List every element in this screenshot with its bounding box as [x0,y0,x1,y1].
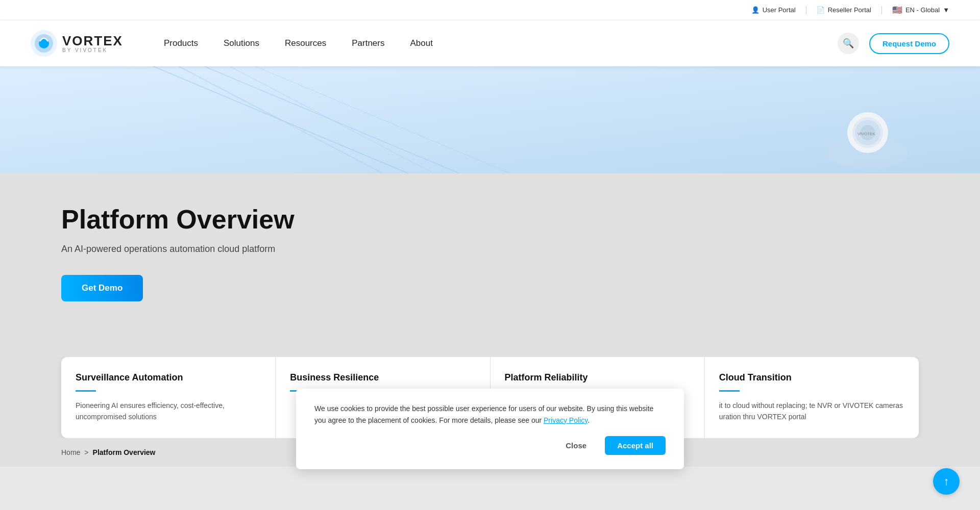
reseller-portal-label: Reseller Portal [828,6,871,14]
language-label: EN - Global [905,6,940,14]
cookie-close-button[interactable]: Close [555,436,597,455]
camera-device-image: VIVOTEK [817,71,919,173]
nav-resources[interactable]: Resources [285,38,326,48]
logo-icon [31,30,57,57]
search-icon: 🔍 [843,38,854,49]
feature-card-cloud: Cloud Transition it to cloud without rep… [705,357,919,438]
scroll-to-top-button[interactable]: ↑ [933,468,960,495]
breadcrumb-separator: > [84,448,88,456]
breadcrumb-home[interactable]: Home [61,448,80,456]
get-demo-button[interactable]: Get Demo [61,275,143,301]
user-portal-label: User Portal [763,6,796,14]
nav-links: Products Solutions Resources Partners Ab… [164,38,838,48]
user-portal-icon: 👤 [751,6,760,14]
nav-about[interactable]: About [410,38,432,48]
nav-partners[interactable]: Partners [352,38,384,48]
page-subtitle: An AI-powered operations automation clou… [61,244,919,254]
cookie-accept-button[interactable]: Accept all [605,436,666,455]
search-button[interactable]: 🔍 [838,33,859,54]
logo-vortex-text: VORTEX [62,34,123,47]
flag-icon: 🇺🇸 [892,7,902,14]
request-demo-button[interactable]: Request Demo [869,33,949,54]
top-bar-divider-2 [881,6,882,14]
card-title-cloud: Cloud Transition [719,372,904,383]
main-content: Platform Overview An AI-powered operatio… [0,173,980,357]
feature-card-surveillance: Surveillance Automation Pioneering AI en… [61,357,276,438]
card-title-resilience: Business Resilience [290,372,475,383]
card-underline-cloud [719,390,740,392]
user-portal-link[interactable]: 👤 User Portal [751,6,796,14]
nav-products[interactable]: Products [164,38,198,48]
page-title: Platform Overview [61,204,919,235]
logo-byvivotek-text: BY VIVOTEK [62,47,123,53]
card-title-reliability: Platform Reliability [505,372,690,383]
card-underline-surveillance [76,390,96,392]
card-text-surveillance: Pioneering AI ensures efficiency, cost-e… [76,400,261,423]
reseller-portal-link[interactable]: 📄 Reseller Portal [817,6,871,14]
cookie-actions: Close Accept all [314,436,666,455]
cookie-privacy-link[interactable]: Privacy Policy [544,416,587,424]
navbar: VORTEX BY VIVOTEK Products Solutions Res… [0,20,980,66]
breadcrumb-current: Platform Overview [93,448,156,456]
svg-text:VIVOTEK: VIVOTEK [857,132,875,136]
card-text-cloud: it to cloud without replacing; te NVR or… [719,400,904,423]
hero-section: VIVOTEK [0,66,980,173]
nav-solutions[interactable]: Solutions [224,38,259,48]
top-bar-divider-1 [806,6,806,14]
scroll-top-icon: ↑ [944,475,949,488]
cookie-message: We use cookies to provide the best possi… [314,403,666,426]
logo-text: VORTEX BY VIVOTEK [62,34,123,53]
language-selector[interactable]: 🇺🇸 EN - Global ▼ [892,6,949,14]
cookie-message-text: We use cookies to provide the best possi… [314,404,653,424]
cookie-policy-suffix: . [587,416,590,424]
reseller-portal-icon: 📄 [817,6,825,14]
logo[interactable]: VORTEX BY VIVOTEK [31,30,123,57]
top-bar: 👤 User Portal 📄 Reseller Portal 🇺🇸 EN - … [0,0,980,20]
card-title-surveillance: Surveillance Automation [76,372,261,383]
chevron-down-icon: ▼ [943,6,949,14]
cookie-banner: We use cookies to provide the best possi… [296,389,684,469]
nav-actions: 🔍 Request Demo [838,33,949,54]
